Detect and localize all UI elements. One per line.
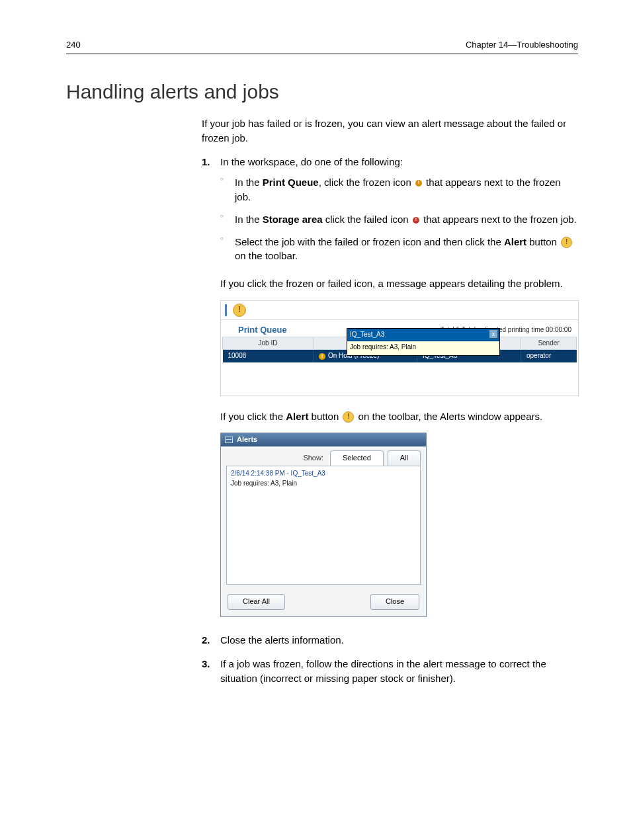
- storage-area-label: Storage area: [263, 214, 323, 225]
- note-text: on the toolbar, the Alerts window appear…: [355, 411, 542, 422]
- alert-icon: [343, 411, 354, 423]
- step-1-note-1: If you click the frozen or failed icon, …: [220, 276, 578, 291]
- alerts-button-row: Clear All Close: [221, 590, 426, 616]
- alerts-titlebar: Alerts: [221, 433, 426, 446]
- step-3-text: If a job was frozen, follow the directio…: [220, 658, 546, 684]
- step-3-number: 3.: [202, 657, 210, 671]
- frozen-icon: [415, 180, 422, 187]
- bullet-text: Select the job with the failed or frozen…: [235, 236, 504, 247]
- step-1-text: In the workspace, do one of the followin…: [220, 156, 403, 167]
- alert-item-body: Job requires: A3, Plain: [231, 479, 416, 489]
- print-queue-label: Print Queue: [263, 177, 319, 188]
- alert-button-label: Alert: [504, 236, 526, 247]
- cell-sender: operator: [521, 350, 577, 362]
- tooltip-close-button[interactable]: x: [489, 329, 498, 339]
- alerts-panel: 2/6/14 2:14:38 PM - IQ_Test_A3 Job requi…: [226, 466, 421, 585]
- clear-all-button[interactable]: Clear All: [228, 594, 285, 610]
- print-queue-figure: ! Print Queue Total 1 Total estimated pr…: [220, 300, 579, 396]
- step-2-text: Close the alerts information.: [220, 634, 344, 646]
- bullet-text: , click the frozen icon: [319, 177, 414, 188]
- print-queue-header: Print Queue Total 1 Total estimated prin…: [221, 320, 578, 337]
- cell-job-id: 10008: [223, 350, 314, 362]
- failed-icon: [413, 217, 419, 224]
- alert-button-label: Alert: [286, 411, 308, 422]
- tab-selected[interactable]: Selected: [330, 450, 384, 466]
- alerts-tab-row: Show: Selected All: [221, 446, 426, 466]
- alerts-title-text: Alerts: [237, 435, 257, 445]
- job-tooltip: IQ_Test_A3 x Job requires: A3, Plain: [347, 328, 500, 356]
- print-queue-title: Print Queue: [238, 324, 287, 337]
- print-queue-toolbar: !: [221, 301, 578, 320]
- section-title: Handling alerts and jobs: [66, 81, 578, 103]
- step-3: 3. If a job was frozen, follow the direc…: [202, 657, 578, 686]
- show-label: Show:: [303, 453, 323, 464]
- col-sender: Sender: [521, 337, 577, 350]
- step-1-bullet-1: In the Print Queue, click the frozen ico…: [220, 175, 578, 204]
- bullet-text: that appears next to the frozen job.: [421, 214, 577, 225]
- job-tooltip-title: IQ_Test_A3 x: [347, 329, 499, 342]
- step-1: 1. In the workspace, do one of the follo…: [202, 155, 578, 618]
- note-text: If you click the: [220, 411, 286, 422]
- toolbar-handle-icon: [225, 304, 229, 316]
- bullet-text: click the failed icon: [323, 214, 411, 225]
- page-number: 240: [66, 40, 81, 50]
- bullet-text: In the: [235, 214, 263, 225]
- step-1-bullet-2: In the Storage area click the failed ico…: [220, 212, 578, 227]
- bullet-text: button: [526, 236, 560, 247]
- col-job-id: Job ID: [223, 337, 314, 350]
- step-2-number: 2.: [202, 633, 210, 648]
- alert-icon: [561, 237, 572, 248]
- bullet-text: In the: [235, 177, 263, 188]
- row-alert-icon: !: [319, 353, 325, 360]
- step-1-note-2: If you click the Alert button on the too…: [220, 409, 578, 424]
- alerts-window-figure: Alerts Show: Selected All 2/6/14 2:14:38…: [220, 433, 427, 617]
- tab-all[interactable]: All: [388, 450, 421, 466]
- page-header: 240 Chapter 14—Troubleshooting: [66, 40, 578, 54]
- bullet-text: on the toolbar.: [235, 250, 298, 261]
- window-minimize-icon[interactable]: [225, 437, 233, 443]
- note-text: button: [308, 411, 341, 422]
- intro-paragraph: If your job has failed or is frozen, you…: [202, 116, 578, 146]
- tooltip-title-text: IQ_Test_A3: [350, 331, 384, 338]
- alert-item-title: 2/6/14 2:14:38 PM - IQ_Test_A3: [231, 469, 416, 479]
- step-1-bullet-3: Select the job with the failed or frozen…: [220, 235, 578, 264]
- step-1-number: 1.: [202, 155, 210, 169]
- job-tooltip-body: Job requires: A3, Plain: [347, 341, 499, 355]
- step-2: 2. Close the alerts information.: [202, 633, 578, 648]
- close-button[interactable]: Close: [370, 594, 419, 610]
- chapter-label: Chapter 14—Troubleshooting: [466, 40, 578, 50]
- toolbar-alert-icon[interactable]: !: [233, 304, 246, 317]
